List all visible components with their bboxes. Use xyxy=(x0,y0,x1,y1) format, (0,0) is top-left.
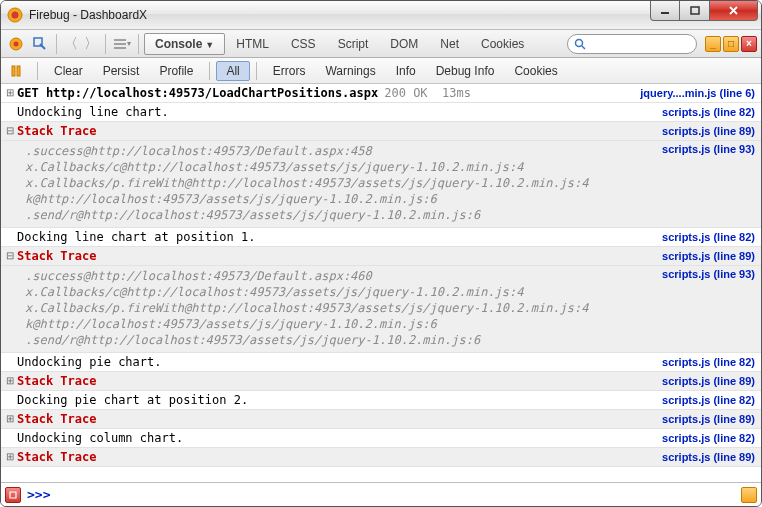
panel-list-icon[interactable]: ▾ xyxy=(111,33,133,55)
stack-trace-header[interactable]: Stack Tracescripts.js (line 89) xyxy=(1,448,761,467)
source-link[interactable]: scripts.js (line 82) xyxy=(654,104,755,120)
window-minimize-button[interactable] xyxy=(650,1,680,21)
tab-cookies[interactable]: Cookies xyxy=(470,33,535,55)
log-message-row: Docking line chart at position 1.scripts… xyxy=(1,228,761,247)
log-message-text: Undocking pie chart. xyxy=(17,354,654,370)
tab-net[interactable]: Net xyxy=(429,33,470,55)
search-icon xyxy=(574,38,586,50)
source-link[interactable]: scripts.js (line 82) xyxy=(654,430,755,446)
stack-trace-label: Stack Trace xyxy=(17,411,654,427)
firebug-menu-icon[interactable] xyxy=(5,33,27,55)
expand-toggle[interactable] xyxy=(3,411,17,427)
command-expand-button[interactable] xyxy=(741,487,757,503)
stack-frame[interactable]: .send/r@http://localhost:49573/assets/js… xyxy=(25,207,761,223)
stack-trace-header[interactable]: Stack Tracescripts.js (line 89) xyxy=(1,372,761,391)
command-prompt: >>> xyxy=(27,487,50,502)
filter-all[interactable]: All xyxy=(216,61,249,81)
history-back-button[interactable]: 〈 xyxy=(62,35,80,53)
request-summary: GET http://localhost:49573/LoadChartPosi… xyxy=(17,85,632,101)
source-link[interactable]: scripts.js (line 89) xyxy=(654,411,755,427)
window-titlebar: Firebug - DashboardX xyxy=(1,1,761,30)
expand-toggle[interactable] xyxy=(3,449,17,465)
source-link[interactable]: scripts.js (line 89) xyxy=(654,449,755,465)
stack-trace-body: scripts.js (line 93).success@http://loca… xyxy=(1,266,761,353)
log-message-row: Undocking pie chart.scripts.js (line 82) xyxy=(1,353,761,372)
filter-cookies[interactable]: Cookies xyxy=(504,61,567,81)
stack-frame[interactable]: x.Callbacks/p.fireWith@http://localhost:… xyxy=(25,175,761,191)
stack-frame[interactable]: x.Callbacks/p.fireWith@http://localhost:… xyxy=(25,300,761,316)
svg-point-5 xyxy=(14,41,19,46)
panel-tabs: Console▼HTMLCSSScriptDOMNetCookies xyxy=(144,33,535,55)
command-line-icon[interactable] xyxy=(5,487,21,503)
stack-trace-header[interactable]: Stack Tracescripts.js (line 89) xyxy=(1,410,761,429)
console-log-area[interactable]: GET http://localhost:49573/LoadChartPosi… xyxy=(1,84,761,482)
source-link[interactable]: jquery....min.js (line 6) xyxy=(632,85,755,101)
stack-frame[interactable]: x.Callbacks/c@http://localhost:49573/ass… xyxy=(25,159,761,175)
stack-trace-label: Stack Trace xyxy=(17,248,654,264)
source-link[interactable]: scripts.js (line 82) xyxy=(654,229,755,245)
expand-toggle[interactable] xyxy=(3,85,17,101)
expand-toggle[interactable] xyxy=(3,248,17,264)
filter-clear[interactable]: Clear xyxy=(44,61,93,81)
window-maximize-button[interactable] xyxy=(680,1,710,21)
source-link[interactable]: scripts.js (line 82) xyxy=(654,354,755,370)
tab-html[interactable]: HTML xyxy=(225,33,280,55)
stack-frame[interactable]: x.Callbacks/c@http://localhost:49573/ass… xyxy=(25,284,761,300)
window-close-button[interactable] xyxy=(710,1,758,21)
source-link[interactable]: scripts.js (line 89) xyxy=(654,123,755,139)
break-on-error-button[interactable] xyxy=(5,61,27,81)
tab-css[interactable]: CSS xyxy=(280,33,327,55)
search-input[interactable] xyxy=(589,38,679,50)
http-request-row[interactable]: GET http://localhost:49573/LoadChartPosi… xyxy=(1,84,761,103)
tab-script[interactable]: Script xyxy=(327,33,380,55)
inspect-icon[interactable] xyxy=(29,33,51,55)
log-message-text: Undocking line chart. xyxy=(17,104,654,120)
source-link[interactable]: scripts.js (line 89) xyxy=(654,373,755,389)
log-message-row: Undocking line chart.scripts.js (line 82… xyxy=(1,103,761,122)
stack-frame[interactable]: .success@http://localhost:49573/Default.… xyxy=(25,268,761,284)
filter-info[interactable]: Info xyxy=(386,61,426,81)
firebug-icon xyxy=(7,7,23,23)
log-message-row: Docking pie chart at position 2.scripts.… xyxy=(1,391,761,410)
search-box[interactable] xyxy=(567,34,697,54)
filter-persist[interactable]: Persist xyxy=(93,61,150,81)
stack-frame[interactable]: .success@http://localhost:49573/Default.… xyxy=(25,143,761,159)
toolbar-separator xyxy=(209,62,210,80)
minimize-panel-button[interactable]: _ xyxy=(705,36,721,52)
filter-warnings[interactable]: Warnings xyxy=(315,61,385,81)
stack-trace-header[interactable]: Stack Tracescripts.js (line 89) xyxy=(1,122,761,141)
stack-trace-label: Stack Trace xyxy=(17,373,654,389)
stack-trace-body: scripts.js (line 93).success@http://loca… xyxy=(1,141,761,228)
toolbar-separator xyxy=(37,62,38,80)
command-input[interactable] xyxy=(56,488,737,502)
source-link[interactable]: scripts.js (line 82) xyxy=(654,392,755,408)
svg-point-7 xyxy=(576,39,583,46)
filter-profile[interactable]: Profile xyxy=(149,61,203,81)
command-line: >>> xyxy=(1,482,761,506)
toolbar-separator xyxy=(105,34,106,54)
source-link[interactable]: scripts.js (line 93) xyxy=(654,268,755,280)
filter-errors[interactable]: Errors xyxy=(263,61,316,81)
tab-console[interactable]: Console▼ xyxy=(144,33,225,55)
window-title: Firebug - DashboardX xyxy=(29,8,147,22)
svg-rect-3 xyxy=(691,7,699,14)
expand-toggle[interactable] xyxy=(3,373,17,389)
history-forward-button[interactable]: 〉 xyxy=(82,35,100,53)
filter-debug-info[interactable]: Debug Info xyxy=(426,61,505,81)
stack-frame[interactable]: .send/r@http://localhost:49573/assets/js… xyxy=(25,332,761,348)
main-toolbar: 〈 〉 ▾ Console▼HTMLCSSScriptDOMNetCookies… xyxy=(1,30,761,58)
source-link[interactable]: scripts.js (line 89) xyxy=(654,248,755,264)
tab-dom[interactable]: DOM xyxy=(379,33,429,55)
source-link[interactable]: scripts.js (line 93) xyxy=(654,143,755,155)
expand-toggle[interactable] xyxy=(3,123,17,139)
detach-panel-button[interactable]: □ xyxy=(723,36,739,52)
console-toolbar: ClearPersistProfileAllErrorsWarningsInfo… xyxy=(1,58,761,84)
svg-point-1 xyxy=(12,12,19,19)
stack-trace-label: Stack Trace xyxy=(17,123,654,139)
stack-frame[interactable]: k@http://localhost:49573/assets/js/jquer… xyxy=(25,316,761,332)
close-panel-button[interactable]: × xyxy=(741,36,757,52)
svg-rect-9 xyxy=(17,66,20,76)
svg-rect-2 xyxy=(661,12,669,14)
stack-trace-header[interactable]: Stack Tracescripts.js (line 89) xyxy=(1,247,761,266)
stack-frame[interactable]: k@http://localhost:49573/assets/js/jquer… xyxy=(25,191,761,207)
